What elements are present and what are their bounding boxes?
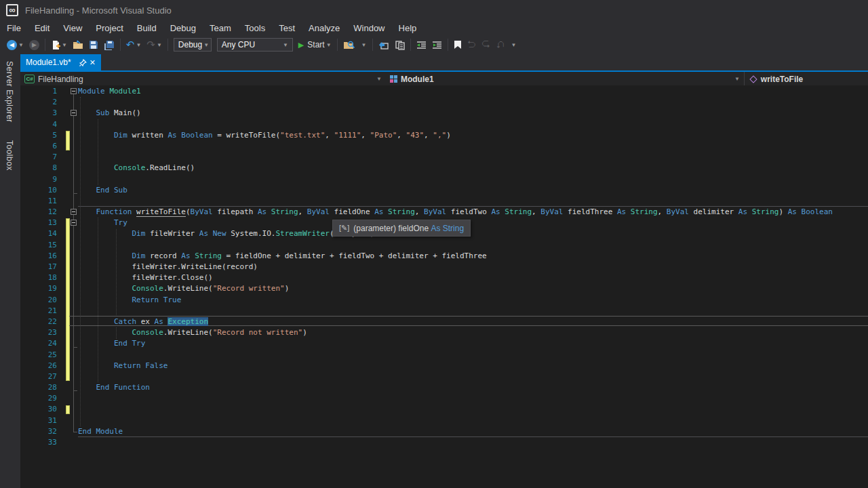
menu-edit[interactable]: Edit xyxy=(28,22,56,35)
decrease-indent-button[interactable] xyxy=(414,39,429,51)
code-line-7[interactable] xyxy=(78,152,833,163)
code-token xyxy=(78,339,114,348)
code-line-19[interactable]: Console.WriteLine("Record written") xyxy=(78,283,833,294)
redo-button[interactable]: ↷ ▼ xyxy=(144,39,164,51)
chevron-down-icon[interactable]: ▼ xyxy=(376,76,382,82)
clear-bookmarks-button[interactable]: ⮏ xyxy=(494,39,507,51)
code-line-33[interactable] xyxy=(78,437,833,448)
code-token: Return xyxy=(132,296,159,304)
member-name: writeToFile xyxy=(761,75,803,84)
copy-structure-button[interactable] xyxy=(393,39,407,52)
code-token: String xyxy=(505,207,532,216)
code-token: = writeToFile( xyxy=(213,131,280,140)
code-line-17[interactable]: fileWriter.WriteLine(record) xyxy=(78,262,833,272)
menu-file[interactable]: File xyxy=(0,22,28,35)
toolbar-overflow-button-2[interactable]: ▼ xyxy=(508,41,519,49)
code-line-20[interactable]: Return True xyxy=(78,295,833,306)
code-line-32[interactable]: End Module xyxy=(78,426,833,437)
code-token xyxy=(78,229,132,238)
outline-end-tick xyxy=(73,193,77,194)
code-line-5[interactable]: Dim written As Boolean = writeToFile("te… xyxy=(78,130,833,141)
new-file-button[interactable]: ▼ xyxy=(49,39,69,52)
code-line-27[interactable] xyxy=(78,371,833,382)
code-token: Dim xyxy=(132,229,145,238)
code-line-12[interactable]: Function writeToFile(ByVal filepath As S… xyxy=(78,207,833,218)
code-line-1[interactable]: Module Module1 xyxy=(78,86,833,97)
open-folder-icon xyxy=(73,40,83,49)
code-line-11[interactable] xyxy=(78,196,833,207)
open-file-button[interactable] xyxy=(71,39,85,51)
code-line-29[interactable] xyxy=(78,393,833,404)
code-token: .WriteLine( xyxy=(163,284,213,293)
chevron-down-icon[interactable]: ▼ xyxy=(734,76,740,82)
menu-help[interactable]: Help xyxy=(392,22,424,35)
tab-module1-vb[interactable]: Module1.vb* ✕ xyxy=(20,54,101,70)
code-line-30[interactable] xyxy=(78,404,833,415)
code-line-9[interactable] xyxy=(78,174,833,185)
close-icon[interactable]: ✕ xyxy=(90,58,96,67)
code-line-21[interactable] xyxy=(78,306,833,317)
project-dropdown[interactable]: C# FileHandling xyxy=(20,72,376,86)
line-number: 7 xyxy=(20,152,57,163)
code-line-18[interactable]: fileWriter.Close() xyxy=(78,272,833,283)
code-token xyxy=(78,317,114,326)
next-bookmark-icon: ⮎ xyxy=(481,40,490,49)
code-line-22[interactable]: Catch ex As Exception xyxy=(78,317,833,327)
code-line-26[interactable]: Return False xyxy=(78,361,833,371)
code-line-8[interactable]: Console.ReadLine() xyxy=(78,163,833,174)
prev-bookmark-button[interactable]: ⮌ xyxy=(465,39,478,51)
save-all-button[interactable] xyxy=(102,39,117,52)
code-token xyxy=(78,163,114,172)
menu-tools[interactable]: Tools xyxy=(238,22,272,35)
code-line-23[interactable]: Console.WriteLine("Record not written") xyxy=(78,327,833,338)
navigate-forward-button[interactable]: ▶ xyxy=(27,39,41,52)
pin-icon[interactable] xyxy=(79,59,87,66)
menu-team[interactable]: Team xyxy=(203,22,238,35)
toggle-bookmark-button[interactable] xyxy=(452,39,464,51)
code-line-16[interactable]: Dim record As String = fieldOne + delimi… xyxy=(78,251,833,262)
code-token: Module xyxy=(78,87,105,96)
code-line-4[interactable] xyxy=(78,119,833,130)
code-line-10[interactable]: End Sub xyxy=(78,185,833,196)
code-line-31[interactable] xyxy=(78,415,833,426)
code-token: , xyxy=(397,131,406,140)
line-number: 12 xyxy=(20,207,57,218)
code-line-2[interactable] xyxy=(78,97,833,108)
code-editor[interactable]: 1234567891011121314151617181920212223242… xyxy=(20,85,868,488)
navigate-back-button[interactable]: ◀ ▼ xyxy=(5,39,26,52)
code-token xyxy=(78,284,132,293)
sidebar-tab-toolbox[interactable]: Toolbox xyxy=(5,134,14,178)
code-token: As xyxy=(155,317,163,326)
code-token xyxy=(78,361,114,370)
code-line-3[interactable]: Sub Main() xyxy=(78,108,833,119)
menu-analyze[interactable]: Analyze xyxy=(302,22,347,35)
toolbar-overflow-button[interactable]: ▼ xyxy=(358,41,369,49)
code-line-15[interactable] xyxy=(78,240,833,251)
find-in-files-button[interactable] xyxy=(341,39,357,52)
code-area[interactable]: Module Module1 Sub Main() Dim written As… xyxy=(78,86,833,448)
type-dropdown[interactable]: Module1 xyxy=(382,72,734,86)
menu-debug[interactable]: Debug xyxy=(163,22,203,35)
undo-button[interactable]: ↶ ▼ xyxy=(124,39,144,51)
menu-test[interactable]: Test xyxy=(272,22,302,35)
menu-view[interactable]: View xyxy=(56,22,89,35)
start-debug-button[interactable]: ▶ Start ▼ xyxy=(296,39,334,51)
menu-project[interactable]: Project xyxy=(89,22,130,35)
code-token: written xyxy=(127,131,168,140)
main-toolbar: ◀ ▼ ▶ ▼ ↶ ▼ ↷ ▼ Debug ▼ xyxy=(0,35,868,54)
next-bookmark-button[interactable]: ⮎ xyxy=(479,39,492,51)
increase-indent-button[interactable] xyxy=(430,39,444,51)
code-line-28[interactable]: End Function xyxy=(78,382,833,393)
solution-configuration-dropdown[interactable]: Debug ▼ xyxy=(174,38,212,52)
attach-button[interactable] xyxy=(376,39,391,51)
menu-build[interactable]: Build xyxy=(130,22,163,35)
menu-window[interactable]: Window xyxy=(347,22,391,35)
line-number: 8 xyxy=(20,163,57,174)
code-line-6[interactable] xyxy=(78,141,833,152)
code-line-24[interactable]: End Try xyxy=(78,338,833,349)
save-button[interactable] xyxy=(87,39,100,51)
sidebar-tab-server-explorer[interactable]: Server Explorer xyxy=(5,54,14,129)
solution-platform-dropdown[interactable]: Any CPU ▼ xyxy=(217,38,293,52)
code-line-25[interactable] xyxy=(78,350,833,361)
member-dropdown[interactable]: writeToFile xyxy=(745,72,803,86)
